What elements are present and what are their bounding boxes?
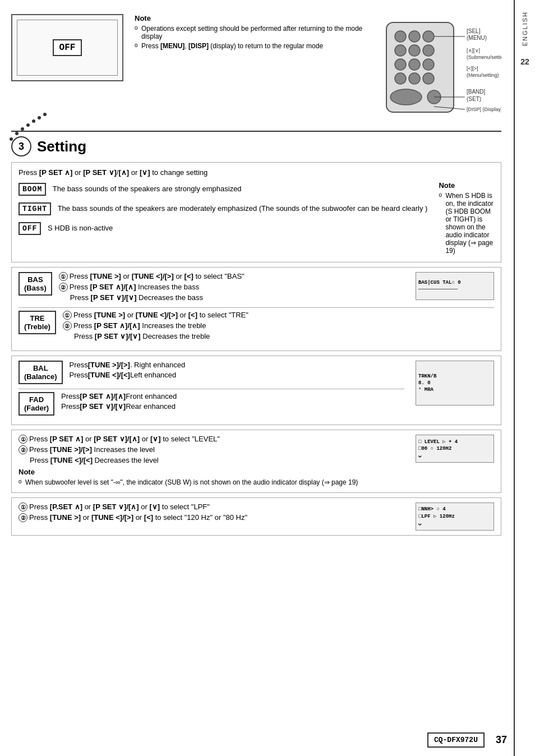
tune-range-lpf: [TUNE <]/[>] [91, 513, 133, 522]
page-container: ENGLISH 22 OFF [0, 0, 535, 756]
down-key: [∨] [140, 168, 150, 177]
pset-down-sub: [P SET ∨]/[∧] [94, 435, 140, 443]
sub-note-bullet: When subwoofer level is set "-∞", the in… [19, 478, 404, 486]
tune-right-bal: [TUNE >]/[>] [88, 361, 130, 369]
off-row: OFF S HDB is non-active [19, 220, 427, 237]
svg-text:(Menu/setting): (Menu/setting) [467, 72, 499, 78]
down-lpf: [∨] [149, 503, 160, 511]
tune-left-sub: [TUNE <]/[<] [50, 456, 93, 464]
left-tre: [<] [188, 311, 197, 319]
remote-diagram: [SEL] (MENU) [BAND] (SET) [∧][∨] (Submen… [384, 20, 501, 122]
shdb-note-title: Note [439, 181, 494, 190]
bottom-bar: CQ-DFX972U 37 [427, 732, 507, 748]
pset-down-bas: [P SET ∨]/[∨] [91, 293, 137, 302]
bas-label-1: BAS [24, 275, 47, 284]
subwoofer-left: ① Press [P SET ∧] or [P SET ∨]/[∧] or [∨… [19, 435, 404, 488]
off-display: OFF [53, 39, 82, 56]
circle-1-lpf: ① [19, 503, 27, 511]
circle-2-tre: ② [63, 321, 72, 330]
sub-note-title: Note [19, 468, 404, 476]
tune-right-key: [TUNE >] [90, 272, 121, 280]
tab-text: ENGLISH [522, 11, 528, 46]
tune-left-bal: [TUNE <]/[<] [88, 371, 130, 379]
circle-1-sub: ① [19, 435, 27, 444]
tight-badge: TIGHT [19, 202, 51, 215]
bas-display: BAS|CUS TAL○ 0 ───────────── [416, 272, 494, 300]
note-bullet-2: Press [MENU], [DISP] (display) to return… [135, 42, 372, 50]
page-number: 37 [496, 734, 507, 746]
tight-desc: The bass sounds of the speakers are mode… [58, 204, 428, 213]
section-heading: 3 Setting [11, 131, 501, 156]
main-content: OFF Note Operations except setting sho [0, 6, 513, 548]
bal-label-2: (Balance) [24, 372, 57, 381]
tune-right-lpf: [TUNE >] [50, 513, 81, 522]
svg-text:(Submenu/setting): (Submenu/setting) [467, 54, 501, 60]
tre-step2: ② Press [P SET ∧]/[∧] Increases the treb… [63, 321, 494, 330]
bas-content: ① Press [TUNE >] or [TUNE <]/[>] or [<] … [59, 272, 409, 303]
svg-point-3 [26, 123, 30, 127]
bt-divider [19, 307, 494, 308]
shdb-intro: Press [P SET ∧] or [P SET ∨]/[∧] or [∨] … [19, 168, 494, 177]
svg-point-0 [10, 137, 13, 141]
svg-point-14 [395, 59, 406, 70]
svg-point-1 [15, 132, 19, 135]
model-badge: CQ-DFX972U [427, 732, 485, 748]
svg-point-16 [423, 59, 434, 70]
svg-point-10 [423, 31, 434, 42]
bal-fad-box: BAL (Balance) Press [TUNE >]/[>]. Right … [11, 356, 501, 425]
shdb-two-col: BOOM The bass sounds of the speakers are… [19, 181, 494, 256]
pset-down-tre: [P SET ∨]/[∨] [95, 332, 141, 340]
tune-right-tre: [TUNE >] [94, 311, 125, 319]
tre-content: ① Press [TUNE >] or [TUNE <]/[>] or [<] … [63, 311, 494, 342]
svg-text:[SEL]: [SEL] [467, 28, 481, 34]
circle-2-sub: ② [19, 445, 27, 454]
bal-label-1: BAL [24, 364, 57, 372]
note-bullet-1: Operations except setting should be perf… [135, 25, 372, 40]
shdb-left: BOOM The bass sounds of the speakers are… [19, 181, 427, 256]
sub-display: □ LEVEL ▷ + 4 □00 ○ 120H2 ب [416, 435, 494, 463]
tre-step2b: Press [P SET ∨]/[∨] Decreases the treble [63, 332, 494, 340]
lpf-step2: ② Press [TUNE >] or [TUNE <]/[>] or [<] … [19, 513, 404, 522]
subwoofer-right: □ LEVEL ▷ + 4 □00 ○ 120H2 ب [416, 435, 494, 488]
sub-step2b: Press [TUNE <]/[<] Decreases the level [19, 456, 404, 464]
bas-step1: ① Press [TUNE >] or [TUNE <]/[>] or [<] … [59, 272, 409, 281]
pset-up-lpf: [P.SET ∧] [50, 503, 82, 511]
svg-point-18 [409, 73, 420, 84]
fad-step2: Press [P SET ∨]/[∨] Rear enhanced [61, 402, 404, 411]
lpf-step1: ① Press [P.SET ∧] or [P SET ∨]/[∧] or [∨… [19, 503, 404, 511]
pset-down-lpf: [P SET ∨]/[∧] [93, 503, 139, 511]
boom-badge: BOOM [19, 183, 46, 196]
down-sub: [∨] [150, 435, 161, 443]
boom-row: BOOM The bass sounds of the speakers are… [19, 181, 427, 197]
svg-point-8 [395, 31, 406, 42]
lpf-display-2: □LPF ▷ 120Hz [418, 513, 491, 519]
right-tab: ENGLISH 22 [514, 0, 535, 756]
circle-2-lpf: ② [19, 513, 27, 522]
tre-label-2: (Treble) [24, 322, 50, 331]
menu-key: [MENU] [160, 42, 185, 50]
svg-text:[DISP] (Display): [DISP] (Display) [467, 107, 501, 112]
sub-display-3: ب [418, 453, 491, 459]
treble-row: TRE (Treble) ① Press [TUNE >] or [TUNE <… [19, 311, 494, 342]
tune-left-key: [TUNE <]/[>] [132, 272, 174, 280]
sub-display-1: □ LEVEL ▷ + 4 [418, 439, 491, 445]
bal-display: TRKN/B 8. 0 ° MRA [416, 361, 494, 405]
off-badge: OFF [19, 222, 41, 235]
bas-step2b: Press [P SET ∨]/[∨] Decreases the bass [59, 293, 409, 302]
shdb-note-bullet: When S HDB is on, the indicator (S HDB B… [439, 192, 494, 255]
pset-up-tre: [P SET ∧]/[∧] [94, 321, 140, 330]
top-section: OFF Note Operations except setting sho [11, 14, 501, 122]
svg-point-5 [38, 116, 41, 119]
lpf-left: ① Press [P.SET ∧] or [P SET ∨]/[∧] or [∨… [19, 503, 404, 531]
lpf-box: ① Press [P.SET ∧] or [P SET ∨]/[∧] or [∨… [11, 497, 501, 536]
remote-svg: [SEL] (MENU) [BAND] (SET) [∧][∨] (Submen… [384, 20, 501, 121]
display-unit-wrapper: OFF [11, 14, 123, 122]
tab-number: 22 [520, 57, 529, 66]
bas-label-2: (Bass) [24, 284, 47, 292]
svg-text:[∧][∨]: [∧][∨] [467, 48, 480, 53]
display-unit-inner: OFF [17, 20, 118, 76]
tre-step1: ① Press [TUNE >] or [TUNE <]/[>] or [<] … [63, 311, 494, 320]
pset-down-fad: [P SET ∨]/[∨] [80, 402, 126, 411]
left-key: [<] [185, 272, 193, 280]
svg-point-6 [43, 113, 47, 116]
